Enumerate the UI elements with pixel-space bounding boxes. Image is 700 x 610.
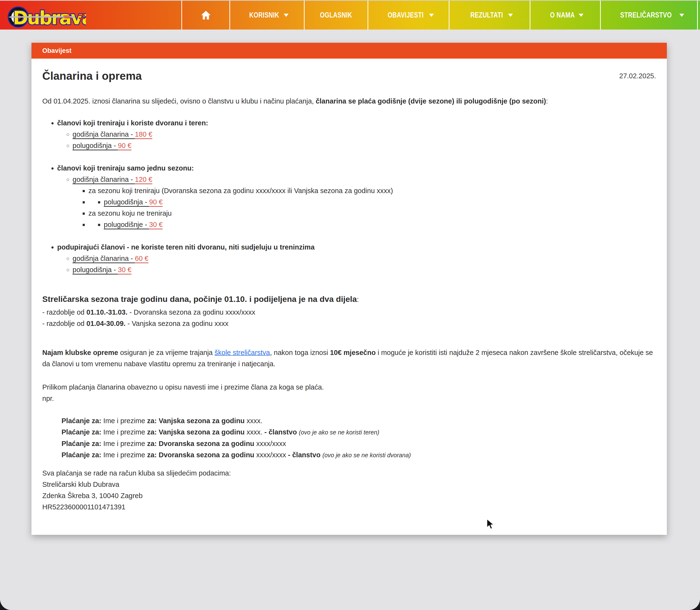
example-bold: Plaćanje za:	[62, 440, 101, 447]
nav-strelicarstvo[interactable]: STRELIČARSTVO	[600, 1, 697, 30]
fee-item: godišnja članarina - 180 €	[73, 129, 656, 140]
fee-label: godišnja članarina -	[73, 176, 135, 183]
fee-price: 60 €	[135, 255, 148, 262]
payment-note-text: Prilikom plaćanja članarina obavezno u o…	[42, 383, 324, 391]
example-bold: - članstvo	[265, 428, 297, 436]
intro-post: :	[546, 97, 548, 105]
fee-label: polugodišnja -	[73, 142, 118, 149]
example-bold: Plaćanje za:	[62, 451, 101, 459]
nav-oglasnik-label: OGLASNIK	[320, 11, 352, 19]
fee-price: 180 €	[135, 130, 153, 138]
rental-text: osiguran je za vrijeme trajanja	[118, 349, 214, 356]
example-bold: za: Dvoranska sezona za godinu	[147, 451, 254, 459]
nav-korisnik[interactable]: KORISNIK	[229, 1, 304, 30]
fee-price: 30 €	[149, 221, 163, 228]
nav-o-nama[interactable]: O NAMA	[530, 1, 600, 30]
notice-date: 27.02.2025.	[619, 70, 656, 83]
fee-price: 90 €	[149, 198, 163, 206]
season-line-post: - Vanjska sezona za godinu xxxx	[126, 320, 228, 327]
bank-line-club-name: Streličarski klub Dubrava	[42, 479, 656, 490]
fee-price: 90 €	[118, 142, 131, 149]
example-text: Ime i prezime	[101, 428, 147, 436]
chevron-down-icon	[679, 14, 684, 17]
site-header: Dubrava KORISNIK OGLASNIK OBAVIJESTI	[0, 1, 700, 30]
chevron-down-icon	[284, 14, 288, 17]
fee-note: za sezonu koju ne treniraju	[89, 208, 656, 219]
example-bold: Plaćanje za:	[62, 417, 101, 424]
example-text: xxxx.	[244, 428, 264, 436]
nav-home-button[interactable]	[181, 1, 229, 30]
season-line-pre: - razdoblje od	[42, 308, 86, 316]
nav-korisnik-label: KORISNIK	[249, 11, 279, 19]
payment-example-4: Plaćanje za: Ime i prezime za: Dvoranska…	[62, 449, 656, 461]
rental-bold: 10€ mjesečno	[330, 349, 376, 356]
nav-obavijesti[interactable]: OBAVIJESTI	[368, 1, 449, 30]
season-line-2: - razdoblje od 01.04-30.09. - Vanjska se…	[42, 318, 656, 329]
title-row: Članarina i oprema 27.02.2025.	[42, 69, 656, 83]
example-text: xxxx.	[244, 417, 262, 424]
fee-item: polugodišnja - 90 €	[73, 140, 656, 151]
club-logo[interactable]: Dubrava	[7, 4, 86, 29]
logo-text: Dubrava	[13, 7, 86, 29]
nav-obavijesti-label: OBAVIJESTI	[388, 11, 424, 19]
season-heading-text: Streličarska sezona traje godinu dana, p…	[42, 294, 357, 304]
nav-filler	[697, 1, 700, 30]
example-note: (ovo je ako se ne koristi dvorana)	[322, 452, 411, 459]
fee-note: za sezonu koji treniraju (Dvoranska sezo…	[89, 185, 656, 196]
notice-body: Članarina i oprema 27.02.2025. Od 01.04.…	[31, 59, 667, 535]
season-line-range: 01.10.-31.03.	[86, 308, 128, 316]
fee-item: godišnja članarina - 60 €	[73, 253, 656, 264]
example-text: Ime i prezime	[101, 440, 147, 447]
fee-label: godišnja članarina -	[73, 130, 135, 138]
rental-bold: Najam klubske opreme	[42, 349, 118, 356]
chevron-down-icon	[579, 14, 584, 17]
chevron-down-icon	[508, 14, 513, 17]
fee-group-3-head: podupirajući članovi - ne koriste teren …	[57, 243, 315, 251]
fee-group-2: članovi koji treniraju samo jednu sezonu…	[42, 163, 656, 230]
nav-o-nama-label: O NAMA	[550, 11, 575, 19]
fee-label: polugodišnja -	[73, 266, 118, 274]
fee-group-1: članovi koji treniraju i koriste dvoranu…	[42, 117, 656, 151]
chevron-down-icon	[429, 14, 434, 17]
bank-details: Sva plaćanja se rade na račun kluba sa s…	[42, 468, 656, 513]
bank-line-intro: Sva plaćanja se rade na račun kluba sa s…	[42, 468, 656, 479]
main-nav: KORISNIK OGLASNIK OBAVIJESTI REZULTATI O…	[181, 1, 700, 30]
example-text: xxxx/xxxx	[254, 440, 286, 447]
nav-strelicarstvo-label: STRELIČARSTVO	[620, 11, 672, 19]
npr-label: npr.	[42, 395, 54, 402]
fee-item: polugodišnja - 30 €	[73, 264, 656, 275]
fee-price: 120 €	[135, 176, 153, 183]
example-text: xxxx/xxxx	[254, 451, 288, 459]
example-bold: Plaćanje za:	[62, 428, 101, 436]
browser-page: Dubrava KORISNIK OGLASNIK OBAVIJESTI	[0, 0, 700, 610]
season-heading-tail: :	[357, 295, 359, 303]
fee-sub-item: polugodišnja - 90 €	[89, 196, 656, 208]
payment-example-2: Plaćanje za: Ime i prezime za: Vanjska s…	[62, 427, 656, 438]
mouse-cursor	[486, 518, 496, 530]
payment-example-3: Plaćanje za: Ime i prezime za: Dvoranska…	[62, 438, 656, 449]
nav-rezultati[interactable]: REZULTATI	[449, 1, 530, 30]
fee-item: polugodišnje - 30 €	[104, 219, 656, 230]
fee-label: godišnja članarina -	[73, 255, 135, 262]
example-text: Ime i prezime	[101, 417, 147, 424]
fee-label: polugodišnje -	[104, 221, 149, 228]
intro-bold: članarina se plaća godišnje (dvije sezon…	[316, 97, 546, 105]
fee-price: 30 €	[118, 266, 131, 274]
intro-paragraph: Od 01.04.2025. iznosi članarina su slije…	[42, 96, 656, 107]
archery-school-link[interactable]: škole streličarstva	[214, 349, 270, 356]
nav-oglasnik[interactable]: OGLASNIK	[304, 1, 368, 30]
notice-category-bar: Obavijest	[31, 43, 667, 59]
fee-label: polugodišnja -	[104, 198, 149, 206]
fee-group-2-head: članovi koji treniraju samo jednu sezonu…	[57, 164, 194, 172]
season-line-range: 01.04-30.09.	[86, 320, 126, 327]
fee-group-3: podupirajući članovi - ne koriste teren …	[42, 242, 656, 275]
home-icon	[200, 10, 211, 21]
example-bold: za: Dvoranska sezona za godinu	[147, 440, 254, 447]
season-heading: Streličarska sezona traje godinu dana, p…	[42, 294, 656, 305]
fee-group-1-head: članovi koji treniraju i koriste dvoranu…	[57, 119, 208, 127]
season-lines: - razdoblje od 01.10.-31.03. - Dvoranska…	[42, 307, 656, 329]
season-line-pre: - razdoblje od	[42, 320, 86, 327]
notice-category-label: Obavijest	[42, 47, 71, 54]
payment-examples: Plaćanje za: Ime i prezime za: Vanjska s…	[42, 415, 656, 461]
nav-rezultati-label: REZULTATI	[470, 11, 503, 19]
